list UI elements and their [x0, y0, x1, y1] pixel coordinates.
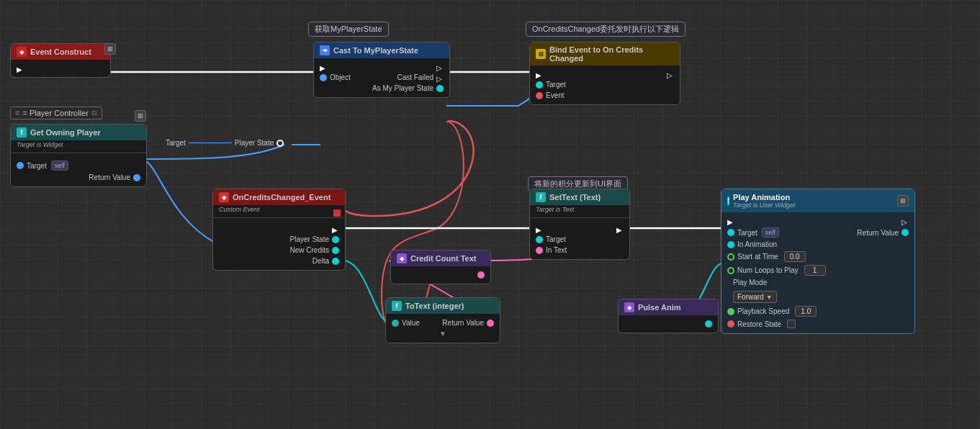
event-icon: ◆	[17, 47, 27, 57]
playback-speed-input[interactable]: 1.0	[795, 306, 817, 317]
credit-count-out	[391, 270, 490, 280]
function-icon: f	[727, 197, 729, 205]
return-pin[interactable]	[133, 174, 140, 181]
return-pin-row: Return Value	[11, 172, 146, 183]
function-icon: f	[536, 192, 546, 202]
play-anim-restore-state: Restore State	[721, 318, 914, 330]
in-animation-pin[interactable]	[727, 241, 734, 248]
pulse-anim-node[interactable]: ◈ Pulse Anim	[618, 299, 719, 333]
variable-icon: ◈	[397, 253, 407, 263]
to-text-expand: ▼	[386, 328, 500, 339]
collapse-icon[interactable]: ⊞	[104, 43, 116, 55]
function-icon: f	[17, 127, 27, 137]
exec-out-pin[interactable]	[902, 217, 909, 225]
return-pin[interactable]	[487, 320, 494, 327]
restore-state-checkbox[interactable]	[787, 320, 796, 328]
cast-failed-pin[interactable]	[436, 74, 444, 81]
object-pin[interactable]	[320, 74, 327, 81]
num-loops-pin[interactable]	[727, 267, 734, 274]
return-pin[interactable]	[902, 229, 909, 236]
player-state-pin[interactable]	[277, 140, 284, 147]
cast-to-node[interactable]: ↠ Cast To MyPlayerState Object Cast Fail…	[313, 42, 450, 98]
target-pin[interactable]	[727, 229, 734, 236]
resize-icon[interactable]: ⊞	[135, 110, 146, 122]
target-pin-row: Target self	[11, 159, 146, 172]
set-text-intext: In Text	[530, 245, 629, 256]
exec-out-pin[interactable]	[332, 225, 339, 232]
delta-pin-row: Delta	[213, 256, 345, 266]
bind-event-node[interactable]: ⊟ Bind Event to On Credits Changed Targe…	[529, 42, 680, 105]
blueprint-canvas[interactable]: 获取MyPlayerState OnCreditsChanged委托发时执行以下…	[0, 0, 980, 429]
play-anim-num-loops: Num Loops to Play 1	[721, 263, 914, 277]
exec-in-pin[interactable]	[536, 225, 543, 232]
exec-out-pin[interactable]	[17, 65, 24, 72]
target-pin[interactable]	[17, 162, 24, 169]
credit-count-header: ◈ Credit Count Text	[391, 250, 490, 266]
credits-exec-out	[213, 224, 345, 234]
comment-on-credits-changed: OnCreditsChanged委托发时执行以下逻辑	[526, 22, 685, 37]
set-text-subtitle: Target is Text	[530, 205, 629, 215]
restore-state-pin[interactable]	[727, 320, 734, 328]
pulse-anim-out	[619, 319, 718, 329]
self-badge-play: self	[762, 227, 779, 238]
play-anim-playback-speed: Playback Speed 1.0	[721, 304, 914, 318]
custom-event-subtitle: Custom Event	[213, 205, 345, 215]
play-anim-header: f Play Animation Target is User Widget ⊞	[721, 189, 914, 212]
cast-to-header: ↠ Cast To MyPlayerState	[314, 42, 449, 58]
new-credits-pin-row: New Credits	[213, 245, 345, 256]
delta-pin[interactable]	[332, 258, 339, 265]
exec-in-pin[interactable]	[536, 71, 543, 78]
play-mode-dropdown[interactable]: Forward ▼	[733, 291, 777, 303]
resize-icon-top[interactable]: ⊞	[897, 195, 909, 207]
set-text-target: Target	[530, 234, 629, 245]
exec-out-pin[interactable]	[436, 63, 444, 71]
to-text-value: Value Return Value	[386, 317, 500, 328]
play-anim-start-time: Start at Time 0.0	[721, 250, 914, 263]
target-pin[interactable]	[536, 236, 543, 243]
cast-as-row: As My Player State	[314, 83, 449, 94]
set-text-header: f SetText (Text)	[530, 189, 629, 205]
pulse-anim-header: ◈ Pulse Anim	[619, 299, 718, 315]
function-icon: f	[392, 301, 402, 311]
set-text-node[interactable]: f SetText (Text) Target is Text Target I…	[529, 189, 630, 260]
event-indicator	[333, 209, 341, 217]
event-construct-node[interactable]: ◆ Event Construct	[10, 43, 111, 78]
value-pin[interactable]	[392, 320, 399, 327]
player-state-connector: Target Player State	[166, 139, 284, 147]
exec-in-pin[interactable]	[727, 217, 734, 225]
bind-event-row: Event	[530, 90, 680, 101]
bind-exec-row	[530, 69, 680, 79]
play-animation-node[interactable]: f Play Animation Target is User Widget ⊞…	[721, 189, 915, 334]
playback-speed-pin[interactable]	[727, 308, 734, 315]
player-state-out-pin[interactable]	[332, 236, 339, 243]
player-state-pin-row: Player State	[213, 234, 345, 245]
on-credits-event-node[interactable]: ◆ OnCreditsChanged_Event Custom Event Pl…	[212, 189, 346, 271]
as-player-state-pin[interactable]	[436, 85, 444, 92]
cast-object-row: Object Cast Failed	[314, 72, 449, 83]
exec-in-pin[interactable]	[320, 63, 327, 71]
to-text-node[interactable]: f ToText (integer) Value Return Value ▼	[385, 297, 500, 343]
cast-icon: ↠	[320, 45, 330, 55]
exec-out-pin[interactable]	[667, 71, 674, 78]
target-pin[interactable]	[536, 81, 543, 89]
player-controller-label: = = Player Controller ⊟	[10, 107, 102, 119]
start-time-pin[interactable]	[727, 253, 734, 261]
start-time-input[interactable]: 0.0	[784, 251, 806, 262]
variable-icon: ◈	[624, 302, 634, 312]
credit-count-node[interactable]: ◈ Credit Count Text	[390, 250, 491, 284]
play-anim-play-mode: Play Mode Forward ▼	[721, 277, 914, 304]
play-anim-exec	[721, 216, 914, 226]
new-credits-pin[interactable]	[332, 247, 339, 254]
pulse-anim-pin[interactable]	[705, 320, 712, 328]
num-loops-input[interactable]: 1	[804, 265, 826, 276]
self-badge: self	[51, 161, 68, 171]
comment-get-player-state: 获取MyPlayerState	[308, 22, 389, 37]
play-anim-subtitle: Target is User Widget	[733, 202, 795, 209]
in-text-pin[interactable]	[536, 247, 543, 254]
credit-count-pin[interactable]	[477, 271, 485, 279]
get-owning-player-node[interactable]: f Get Owning Player Target is Widget Tar…	[10, 124, 147, 187]
exec-out-pin[interactable]	[616, 225, 624, 232]
play-anim-in-anim: In Animation	[721, 239, 914, 250]
exec-out-row	[11, 63, 110, 73]
event-pin[interactable]	[536, 92, 543, 99]
